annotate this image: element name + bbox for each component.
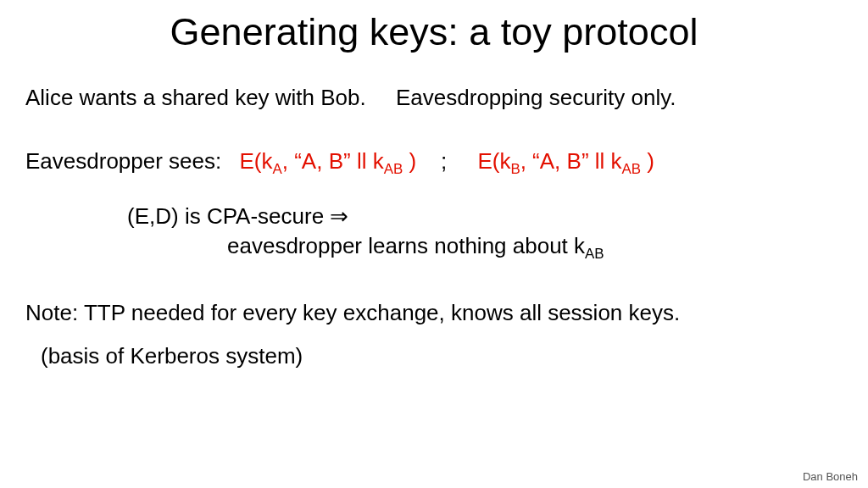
expr2-post: )	[641, 148, 654, 174]
expr2-sub1: B	[510, 161, 520, 177]
eavesdropper-label: Eavesdropper sees:	[25, 148, 221, 174]
cpa-secure-line: (E,D) is CPA-secure ⇒	[25, 203, 843, 230]
expr1-sub2: AB	[384, 161, 403, 177]
kerberos-line: (basis of Kerberos system)	[25, 343, 843, 369]
intro-text-a: Alice wants a shared key with Bob.	[25, 85, 366, 110]
expr2-sub2: AB	[622, 161, 642, 177]
expr1-sub1: A	[272, 161, 281, 177]
expr1-post: )	[403, 148, 416, 174]
slide-body: Alice wants a shared key with Bob. Eaves…	[25, 85, 843, 369]
expr2-mid: , “A, B” ll k	[520, 148, 622, 174]
ciphertext-1: E(kA, “A, B” ll kAB )	[239, 148, 422, 174]
ciphertext-2: E(kB, “A, B” ll kAB )	[477, 148, 654, 174]
expr2-pre: E(k	[477, 148, 510, 174]
slide-title: Generating keys: a toy protocol	[0, 10, 868, 54]
author-footer: Dan Boneh	[803, 470, 858, 483]
expr1-mid: , “A, B” ll k	[282, 148, 384, 174]
intro-line: Alice wants a shared key with Bob. Eaves…	[25, 85, 843, 111]
sep-text: ;	[441, 148, 447, 174]
expr1-pre: E(k	[239, 148, 272, 174]
conclusion-text: eavesdropper learns nothing about k	[227, 233, 585, 258]
separator: ;	[422, 148, 471, 174]
eavesdropper-line: Eavesdropper sees: E(kA, “A, B” ll kAB )…	[25, 148, 843, 178]
conclusion-line: eavesdropper learns nothing about kAB	[25, 233, 843, 263]
intro-text-b: Eavesdropping security only.	[396, 85, 676, 110]
conclusion-sub: AB	[585, 246, 604, 262]
slide: Generating keys: a toy protocol Alice wa…	[0, 0, 868, 488]
note-line: Note: TTP needed for every key exchange,…	[25, 300, 843, 326]
